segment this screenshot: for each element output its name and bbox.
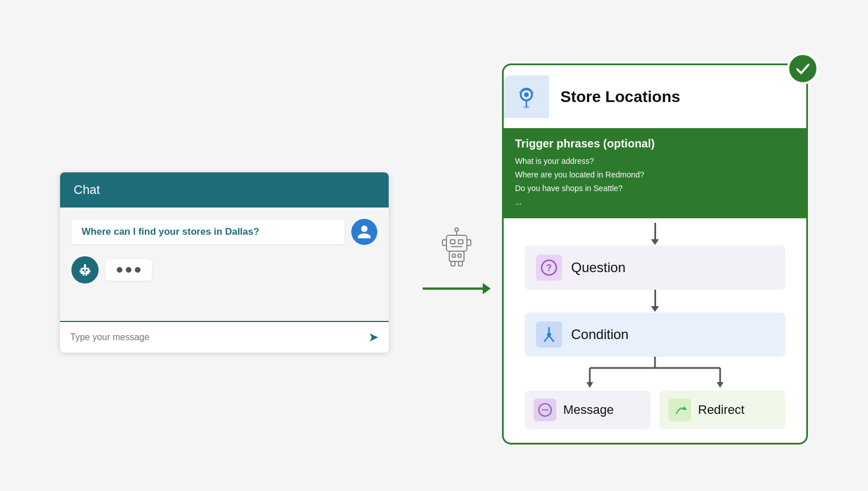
svg-point-42 <box>547 409 548 410</box>
user-avatar <box>351 219 377 245</box>
trigger-title: Trigger phrases (optional) <box>515 137 795 150</box>
check-badge <box>787 53 819 84</box>
message-label: Message <box>563 403 614 417</box>
question-icon: ? <box>540 259 558 277</box>
svg-marker-38 <box>717 382 724 388</box>
svg-point-26 <box>523 106 530 108</box>
dot-1 <box>117 267 122 273</box>
condition-node[interactable]: Condition <box>525 312 785 357</box>
check-icon <box>794 60 811 77</box>
redirect-label: Redirect <box>698 403 744 417</box>
flow-panel: Store Locations Trigger phrases (optiona… <box>502 64 808 444</box>
svg-rect-10 <box>446 235 467 251</box>
arrow-area <box>411 225 502 300</box>
svg-point-15 <box>455 228 458 231</box>
flow-bottom-row: Message Redirect <box>525 391 785 429</box>
trigger-phrase-1: What is your address? <box>515 155 795 168</box>
svg-rect-7 <box>90 270 91 273</box>
chat-title: Chat <box>74 183 100 197</box>
chat-body: Where can I find your stores in Dallas? <box>60 208 389 321</box>
bot-avatar <box>71 256 99 283</box>
chat-panel: Chat Where can I find your stores in Dal… <box>60 172 389 353</box>
trigger-phrase-2: Where are you located in Redmond? <box>515 168 795 182</box>
svg-point-5 <box>84 264 86 266</box>
svg-rect-16 <box>442 240 446 246</box>
trigger-section: Trigger phrases (optional) What is your … <box>504 128 806 218</box>
svg-rect-11 <box>450 240 455 244</box>
arrow-line <box>423 287 485 290</box>
svg-point-32 <box>547 332 551 336</box>
send-button[interactable]: ➤ <box>368 330 378 345</box>
svg-point-40 <box>542 409 544 410</box>
svg-point-24 <box>524 92 529 97</box>
svg-line-31 <box>549 336 554 341</box>
message-icon-box <box>534 399 556 421</box>
svg-text:?: ? <box>546 263 552 273</box>
chat-header: Chat <box>60 172 389 208</box>
svg-point-19 <box>452 254 456 257</box>
chat-input-row: ➤ <box>60 321 389 353</box>
condition-label: Condition <box>571 327 628 342</box>
message-node[interactable]: Message <box>525 391 650 429</box>
svg-rect-12 <box>458 240 463 244</box>
svg-rect-8 <box>83 274 84 276</box>
main-container: Chat Where can I find your stores in Dal… <box>0 0 868 491</box>
bot-icon <box>76 261 93 278</box>
flow-title-icon-box <box>504 75 549 118</box>
svg-rect-9 <box>86 274 87 276</box>
question-node[interactable]: ? Question <box>525 246 785 290</box>
trigger-phrase-3: Do you have shops in Seattle? <box>515 182 795 196</box>
split-arrows-svg <box>525 357 785 391</box>
arrow-down-1 <box>654 223 656 240</box>
redirect-icon-box <box>669 399 691 421</box>
trigger-phrase-ellipsis: ... <box>515 196 795 209</box>
flow-steps: ? Question <box>504 218 806 443</box>
question-icon-box: ? <box>536 255 562 281</box>
user-icon <box>356 224 372 240</box>
svg-line-30 <box>544 336 549 341</box>
svg-marker-37 <box>586 382 593 388</box>
flow-title-row: Store Locations <box>504 65 806 128</box>
condition-icon-box <box>536 321 562 348</box>
svg-point-41 <box>544 409 546 410</box>
svg-rect-22 <box>458 261 462 266</box>
svg-rect-3 <box>84 272 86 273</box>
typing-indicator <box>105 259 152 281</box>
user-chat-bubble: Where can I find your stores in Dallas? <box>71 219 344 244</box>
flow-arrow <box>423 277 491 300</box>
redirect-node[interactable]: Redirect <box>659 391 785 429</box>
svg-point-20 <box>458 254 461 257</box>
condition-icon <box>540 325 558 344</box>
svg-rect-6 <box>80 270 81 273</box>
robot-illustration <box>434 225 479 270</box>
redirect-icon <box>672 402 688 418</box>
svg-rect-2 <box>86 269 88 271</box>
svg-rect-18 <box>449 251 464 261</box>
bot-typing-row <box>71 256 377 283</box>
svg-rect-21 <box>451 261 455 266</box>
message-icon <box>537 402 553 418</box>
chat-input[interactable] <box>70 332 363 342</box>
svg-rect-0 <box>81 268 90 274</box>
store-locations-icon <box>514 84 539 109</box>
question-label: Question <box>571 260 626 276</box>
dot-2 <box>126 267 131 273</box>
dot-3 <box>135 267 141 273</box>
user-message-row: Where can I find your stores in Dallas? <box>71 219 377 245</box>
svg-rect-17 <box>467 240 471 246</box>
robot-icon-area <box>434 225 479 273</box>
svg-rect-1 <box>82 269 84 271</box>
flow-title: Store Locations <box>549 88 680 106</box>
arrow-down-2 <box>654 290 656 307</box>
